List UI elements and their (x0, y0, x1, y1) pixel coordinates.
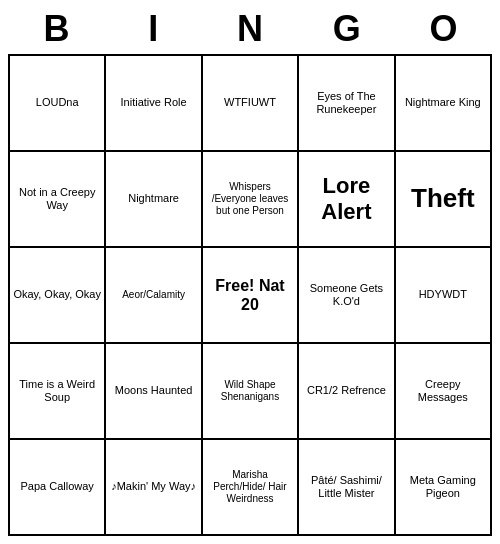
cell-17[interactable]: Wild Shape Shenanigans (203, 344, 299, 440)
letter-b: B (8, 8, 105, 50)
cell-20[interactable]: Papa Calloway (10, 440, 106, 536)
bingo-grid: LOUDna Initiative Role WTFIUWT Eyes of T… (8, 54, 492, 536)
cell-2[interactable]: WTFIUWT (203, 56, 299, 152)
cell-8[interactable]: Lore Alert (299, 152, 395, 248)
cell-24[interactable]: Meta Gaming Pigeon (396, 440, 492, 536)
cell-4[interactable]: Nightmare King (396, 56, 492, 152)
cell-12-free[interactable]: Free! Nat 20 (203, 248, 299, 344)
cell-21[interactable]: ♪Makin' My Way♪ (106, 440, 202, 536)
cell-23[interactable]: Pâté/ Sashimi/ Little Mister (299, 440, 395, 536)
letter-n: N (202, 8, 299, 50)
cell-10[interactable]: Okay, Okay, Okay (10, 248, 106, 344)
cell-19[interactable]: Creepy Messages (396, 344, 492, 440)
letter-i: I (105, 8, 202, 50)
cell-7[interactable]: Whispers /Everyone leaves but one Person (203, 152, 299, 248)
cell-11[interactable]: Aeor/Calamity (106, 248, 202, 344)
cell-3[interactable]: Eyes of The Runekeeper (299, 56, 395, 152)
letter-o: O (395, 8, 492, 50)
cell-6[interactable]: Nightmare (106, 152, 202, 248)
cell-5[interactable]: Not in a Creepy Way (10, 152, 106, 248)
cell-14[interactable]: HDYWDT (396, 248, 492, 344)
cell-15[interactable]: Time is a Weird Soup (10, 344, 106, 440)
cell-16[interactable]: Moons Haunted (106, 344, 202, 440)
cell-18[interactable]: CR1/2 Refrence (299, 344, 395, 440)
cell-1[interactable]: Initiative Role (106, 56, 202, 152)
cell-0[interactable]: LOUDna (10, 56, 106, 152)
letter-g: G (298, 8, 395, 50)
bingo-title: B I N G O (8, 8, 492, 50)
cell-9[interactable]: Theft (396, 152, 492, 248)
cell-13[interactable]: Someone Gets K.O'd (299, 248, 395, 344)
cell-22[interactable]: Marisha Perch/Hide/ Hair Weirdness (203, 440, 299, 536)
